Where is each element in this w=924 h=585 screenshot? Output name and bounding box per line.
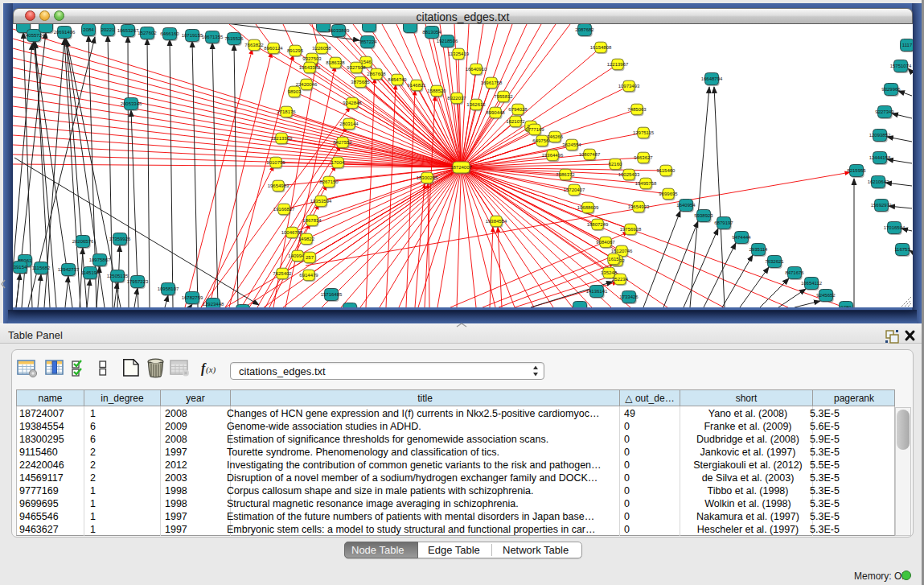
svg-text:1615: 1615 (608, 257, 619, 262)
svg-text:6914479: 6914479 (299, 273, 318, 278)
svg-text:2087682: 2087682 (575, 27, 594, 32)
svg-text:12923448: 12923448 (203, 302, 224, 307)
svg-text:62160: 62160 (609, 162, 622, 167)
svg-text:9329966: 9329966 (881, 87, 901, 92)
svg-text:10025433: 10025433 (618, 172, 640, 177)
svg-text:19218506: 19218506 (437, 39, 458, 43)
svg-text:1867834: 1867834 (302, 218, 322, 223)
svg-text:149822: 149822 (298, 237, 315, 241)
svg-text:10688609: 10688609 (577, 205, 599, 210)
svg-text:3624554: 3624554 (562, 142, 581, 147)
svg-text:10719155: 10719155 (182, 33, 203, 38)
svg-text:16961758: 16961758 (481, 80, 503, 85)
svg-text:9242848: 9242848 (343, 101, 362, 105)
svg-text:8813054: 8813054 (422, 30, 441, 35)
svg-text:257: 257 (306, 255, 314, 260)
svg-text:9084067: 9084067 (596, 240, 615, 245)
svg-text:9245652: 9245652 (816, 293, 836, 298)
svg-text:20206576: 20206576 (72, 239, 94, 244)
svg-text:11325419: 11325419 (448, 51, 470, 56)
svg-text:10975867: 10975867 (89, 257, 111, 262)
svg-text:15720407: 15720407 (564, 187, 585, 192)
svg-text:10958107: 10958107 (158, 286, 179, 291)
svg-text:7632621: 7632621 (765, 259, 784, 264)
svg-text:15716485: 15716485 (321, 292, 343, 297)
svg-text:9474444: 9474444 (732, 235, 751, 240)
svg-text:7515526: 7515526 (224, 36, 244, 41)
svg-text:18724007: 18724007 (450, 165, 472, 170)
svg-text:252234: 252234 (612, 277, 629, 282)
svg-text:10654112: 10654112 (801, 281, 823, 286)
svg-text:1527602: 1527602 (138, 31, 157, 35)
svg-text:12942737: 12942737 (58, 267, 80, 272)
svg-text:15692971: 15692971 (871, 203, 893, 208)
svg-text:19654923: 19654923 (628, 204, 650, 209)
svg-text:3875685: 3875685 (351, 80, 370, 84)
svg-text:39154: 39154 (14, 265, 27, 270)
svg-text:18300295: 18300295 (417, 175, 438, 180)
svg-text:17016504: 17016504 (884, 225, 906, 230)
svg-text:1115682: 1115682 (32, 266, 51, 270)
svg-text:21364436: 21364436 (542, 153, 564, 158)
svg-text:8186328: 8186328 (326, 60, 345, 65)
svg-text:1145194: 1145194 (81, 270, 101, 275)
svg-text:17957223: 17957223 (127, 279, 149, 284)
svg-text:2718176: 2718176 (277, 109, 296, 114)
svg-text:2935114: 2935114 (749, 247, 769, 252)
svg-text:12213369: 12213369 (271, 136, 293, 141)
svg-text:9699695: 9699695 (659, 192, 678, 196)
svg-text:16033809: 16033809 (328, 28, 350, 33)
svg-text:8990448: 8990448 (486, 110, 505, 115)
svg-text:10653267: 10653267 (117, 28, 139, 33)
svg-text:9777169: 9777169 (525, 127, 544, 132)
svg-text:9115460: 9115460 (657, 168, 676, 173)
svg-text:1362615: 1362615 (466, 102, 486, 107)
svg-text:8322037: 8322037 (447, 96, 466, 101)
svg-text:3226058: 3226058 (312, 46, 331, 51)
svg-text:20691406: 20691406 (54, 30, 76, 35)
svg-text:15751074: 15751074 (890, 64, 912, 68)
svg-text:16640910: 16640910 (466, 67, 487, 72)
svg-text:7625402: 7625402 (273, 271, 292, 276)
svg-text:6466160: 6466160 (160, 31, 179, 36)
svg-text:135248: 135248 (601, 270, 618, 275)
svg-text:1010755: 1010755 (266, 160, 285, 165)
svg-text:16154808: 16154808 (590, 45, 612, 50)
svg-text:15495758: 15495758 (635, 181, 657, 186)
svg-text:9146821: 9146821 (407, 83, 426, 88)
svg-text:20221: 20221 (101, 27, 115, 32)
svg-text:9780: 9780 (840, 305, 852, 308)
svg-text:14136141: 14136141 (586, 289, 608, 294)
svg-text:8427552: 8427552 (333, 140, 352, 145)
svg-text:18807249: 18807249 (587, 222, 609, 227)
svg-text:10807487: 10807487 (579, 152, 601, 157)
svg-text:2867608: 2867608 (367, 72, 386, 76)
svg-text:12444158: 12444158 (869, 155, 891, 160)
svg-text:10046788: 10046788 (281, 230, 303, 235)
svg-text:6794028: 6794028 (508, 107, 528, 112)
svg-text:2803144: 2803144 (339, 122, 359, 126)
svg-text:19756928: 19756928 (620, 227, 642, 232)
svg-text:16120746: 16120746 (611, 249, 633, 253)
svg-text:10671355: 10671355 (202, 35, 224, 39)
svg-text:8960124: 8960124 (264, 46, 283, 51)
svg-text:19384554: 19384554 (486, 219, 507, 224)
svg-text:746266: 746266 (547, 134, 564, 139)
svg-text:9463627: 9463627 (634, 155, 653, 160)
svg-text:891295: 891295 (287, 48, 304, 53)
svg-text:1733426: 1733426 (619, 295, 639, 299)
svg-text:19654983: 19654983 (268, 183, 290, 188)
svg-text:17359926: 17359926 (109, 237, 131, 241)
svg-text:9327503: 9327503 (302, 56, 322, 61)
svg-text:16648794: 16648794 (701, 76, 723, 81)
svg-text:9327508: 9327508 (347, 65, 366, 70)
svg-text:1588520: 1588520 (427, 89, 446, 93)
svg-text:6879197: 6879197 (714, 220, 733, 225)
svg-text:19166827: 19166827 (273, 207, 295, 212)
svg-text:10543382: 10543382 (299, 65, 321, 70)
svg-text:7485063: 7485063 (627, 107, 647, 112)
svg-text:13353594: 13353594 (310, 199, 332, 204)
svg-text:17004: 17004 (331, 160, 345, 165)
svg-text:1117: 1117 (902, 43, 913, 47)
svg-text:2084: 2084 (83, 27, 94, 32)
